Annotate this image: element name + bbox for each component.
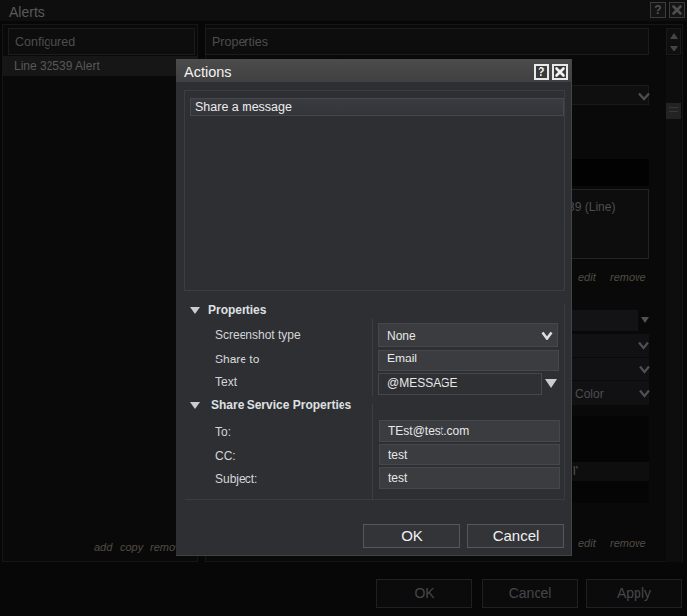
svg-text:?: ?	[538, 66, 544, 78]
